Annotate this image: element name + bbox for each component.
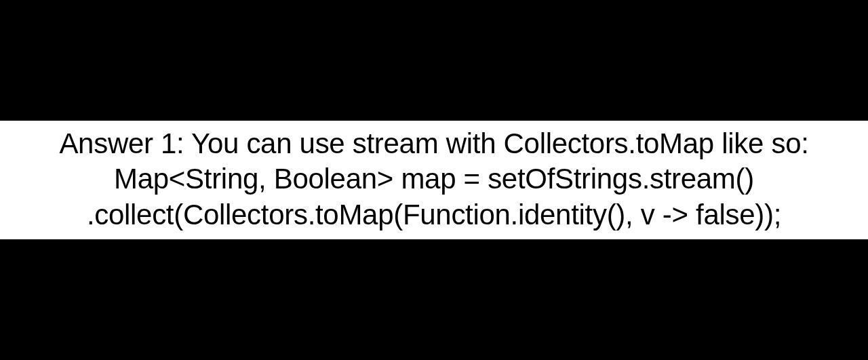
text-line-2: Map<String, Boolean> map = setOfStrings.… — [7, 161, 861, 197]
text-line-1: Answer 1: You can use stream with Collec… — [7, 126, 861, 162]
answer-text-block: Answer 1: You can use stream with Collec… — [0, 121, 868, 240]
text-line-3: .collect(Collectors.toMap(Function.ident… — [7, 197, 861, 233]
